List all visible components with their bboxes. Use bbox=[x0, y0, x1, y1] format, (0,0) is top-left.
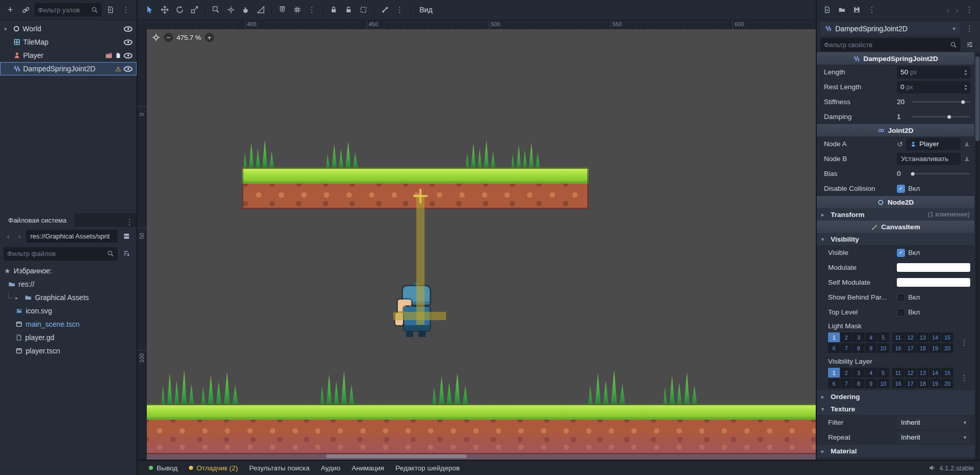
layer-cell[interactable]: 14 bbox=[929, 332, 941, 342]
tab-shader-editor[interactable]: Редактор шейдеров bbox=[390, 461, 465, 475]
tab-output[interactable]: Вывод bbox=[144, 461, 183, 475]
layer-cell[interactable]: 7 bbox=[840, 343, 852, 353]
grid-snap-icon[interactable] bbox=[290, 3, 304, 17]
section-material[interactable]: ▸ Material bbox=[817, 445, 974, 457]
save-resource-icon[interactable] bbox=[850, 3, 863, 16]
layer-cell[interactable]: 19 bbox=[929, 343, 941, 353]
stiffness-slider[interactable] bbox=[912, 101, 970, 103]
warning-icon[interactable]: ⚠ bbox=[115, 65, 121, 73]
layer-cell[interactable]: 14 bbox=[929, 368, 941, 378]
layer-cell[interactable]: 9 bbox=[865, 343, 877, 353]
ruler-tool-icon[interactable] bbox=[254, 3, 267, 17]
spinner-arrows-icon[interactable]: ▴▾ bbox=[965, 69, 967, 76]
tree-row-player[interactable]: Player bbox=[0, 49, 137, 62]
history-back-icon[interactable]: ‹ bbox=[944, 6, 952, 14]
spring-joint-gizmo-horizontal[interactable] bbox=[393, 312, 446, 320]
zoom-level[interactable]: 475.7 % bbox=[177, 34, 201, 42]
tree-row-tilemap[interactable]: TileMap bbox=[0, 35, 137, 49]
rest-length-spinbox[interactable]: 0 px ▴▾ bbox=[897, 81, 970, 93]
node-selector-dropdown[interactable]: DampedSpringJoint2D ▾ bbox=[820, 22, 960, 35]
slider-grabber[interactable] bbox=[947, 115, 951, 118]
visibility-eye-icon[interactable] bbox=[124, 66, 132, 72]
pan-tool-icon[interactable] bbox=[239, 3, 253, 17]
add-node-button[interactable]: + bbox=[4, 3, 17, 16]
property-filter-input[interactable] bbox=[824, 41, 948, 49]
layer-cell[interactable]: 10 bbox=[877, 343, 889, 353]
layer-cell[interactable]: 18 bbox=[917, 343, 929, 353]
section-visibility[interactable]: ▾ Visibility bbox=[817, 233, 974, 245]
layer-cell[interactable]: 6 bbox=[828, 343, 840, 353]
length-spinbox[interactable]: 50 px ▴▾ bbox=[897, 66, 970, 78]
lock-icon[interactable] bbox=[326, 3, 340, 17]
checkbox-unchecked-icon[interactable] bbox=[897, 293, 905, 302]
filesystem-path[interactable]: res://Graphical Assets/sprit bbox=[26, 230, 118, 243]
scale-tool-icon[interactable] bbox=[187, 3, 201, 17]
layer-cell[interactable]: 5 bbox=[877, 368, 889, 378]
tab-animation[interactable]: Анимация bbox=[347, 461, 389, 475]
tree-row-world[interactable]: ▾ World bbox=[0, 22, 137, 35]
layer-cell[interactable]: 20 bbox=[941, 343, 953, 353]
spinner-arrows-icon[interactable]: ▴▾ bbox=[965, 84, 967, 91]
file-row-icon-svg[interactable]: icon.svg bbox=[0, 304, 137, 318]
layer-cell[interactable]: 11 bbox=[892, 368, 904, 378]
layer-cell[interactable]: 2 bbox=[840, 332, 852, 342]
history-menu-icon[interactable]: ⋮ bbox=[963, 5, 976, 14]
filesystem-tab[interactable]: Файловая система bbox=[0, 213, 74, 227]
audio-mute-icon[interactable] bbox=[929, 464, 936, 471]
self-modulate-color-picker[interactable] bbox=[897, 278, 970, 287]
rotate-tool-icon[interactable] bbox=[172, 3, 186, 17]
layer-cell[interactable]: 15 bbox=[941, 368, 953, 378]
layer-cell[interactable]: 13 bbox=[917, 368, 929, 378]
slider-grabber[interactable] bbox=[962, 100, 965, 104]
layer-cell[interactable]: 16 bbox=[892, 343, 904, 353]
select-tool-icon[interactable] bbox=[143, 3, 157, 17]
section-ordering[interactable]: ▸ Ordering bbox=[817, 390, 974, 403]
group-icon[interactable] bbox=[356, 3, 370, 17]
canvas-viewport[interactable]: − 475.7 % + bbox=[147, 29, 816, 460]
zoom-in-button[interactable]: + bbox=[205, 33, 214, 42]
tree-row-dampedspringjoint2d[interactable]: DampedSpringJoint2D ⚠ bbox=[0, 62, 137, 75]
tab-debugger[interactable]: Отладчик (2) bbox=[184, 461, 243, 475]
script-icon[interactable] bbox=[115, 52, 121, 59]
resource-options-icon[interactable]: ⋮ bbox=[865, 5, 879, 14]
layer-cell[interactable]: 17 bbox=[905, 379, 916, 388]
revert-icon[interactable]: ↺ bbox=[897, 140, 903, 148]
layer-cell[interactable]: 15 bbox=[941, 332, 953, 342]
inspector-scrollbar[interactable] bbox=[975, 53, 979, 460]
layer-cell[interactable]: 17 bbox=[905, 343, 916, 353]
snap-options-icon[interactable]: ⋮ bbox=[305, 5, 319, 14]
chevron-right-icon[interactable]: ▸ bbox=[15, 295, 22, 301]
layer-cell[interactable]: 3 bbox=[853, 368, 864, 378]
file-row-player-tscn[interactable]: player.tscn bbox=[0, 344, 137, 358]
spring-joint-anchor-icon[interactable] bbox=[413, 189, 428, 203]
node-a-assign-field[interactable]: Player bbox=[906, 138, 960, 150]
inspector-scrollbar-thumb[interactable] bbox=[975, 56, 979, 141]
layer-cell[interactable]: 12 bbox=[905, 332, 916, 342]
modulate-color-picker[interactable] bbox=[897, 263, 970, 272]
layer-cell[interactable]: 7 bbox=[840, 379, 852, 388]
layer-cell[interactable]: 18 bbox=[917, 379, 929, 388]
layer-cell[interactable]: 9 bbox=[865, 379, 877, 388]
list-select-tool-icon[interactable] bbox=[209, 3, 223, 17]
movie-icon[interactable] bbox=[105, 52, 112, 58]
stiffness-value[interactable]: 20 bbox=[897, 98, 909, 106]
spring-joint-gizmo-vertical[interactable] bbox=[416, 195, 425, 325]
layer-cell[interactable]: 3 bbox=[853, 332, 864, 342]
filesystem-menu-icon[interactable]: ⋮ bbox=[123, 217, 137, 227]
section-transform[interactable]: ▸ Transform (1 изменение) bbox=[817, 208, 974, 221]
checkbox-checked-icon[interactable]: ✓ bbox=[897, 185, 905, 193]
focus-selection-icon[interactable] bbox=[152, 33, 160, 42]
view-menu[interactable]: Вид bbox=[414, 6, 437, 14]
pivot-tool-icon[interactable] bbox=[224, 3, 238, 17]
history-forward-icon[interactable]: › bbox=[953, 6, 961, 14]
sort-files-icon[interactable] bbox=[120, 247, 133, 261]
file-row-main-scene[interactable]: main_scene.tscn bbox=[0, 318, 137, 331]
visibility-eye-icon[interactable] bbox=[124, 53, 132, 58]
smart-snap-icon[interactable] bbox=[275, 3, 289, 17]
scene-dock-menu-icon[interactable]: ⋮ bbox=[119, 5, 133, 14]
layer-cell[interactable]: 19 bbox=[929, 379, 941, 388]
visibility-eye-icon[interactable] bbox=[124, 26, 132, 32]
res-root-row[interactable]: res:// bbox=[0, 278, 137, 291]
texture-repeat-dropdown[interactable]: Inherit ▾ bbox=[897, 431, 970, 444]
node-b-assign-field[interactable]: Устанавливать bbox=[897, 153, 960, 165]
